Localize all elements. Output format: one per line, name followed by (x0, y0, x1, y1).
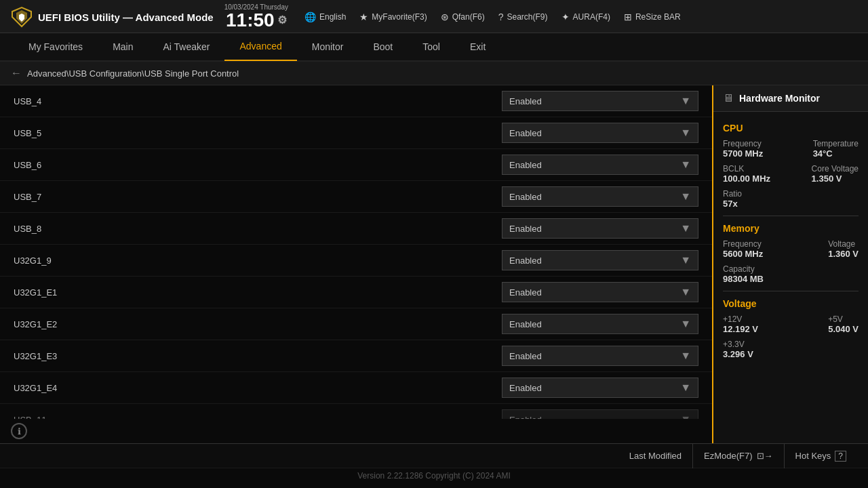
nav-my-favorites[interactable]: My Favorites (14, 33, 98, 61)
usb-port-dropdown[interactable]: Enabled▼ (502, 155, 698, 175)
usb-port-value: Enabled (509, 224, 542, 234)
info-bottom: ℹ (0, 419, 712, 443)
globe-icon: 🌐 (304, 12, 316, 22)
tool-search[interactable]: ? Search(F9) (498, 12, 548, 22)
usb-row: USB_11Enabled▼ (0, 404, 712, 419)
info-button[interactable]: ℹ (11, 423, 27, 439)
cpu-temp-col: Temperature 34°C (813, 139, 859, 159)
monitor-icon: 🖥 (723, 92, 734, 104)
usb-port-dropdown[interactable]: Enabled▼ (502, 218, 698, 239)
usb-row: U32G1_E4Enabled▼ (0, 372, 712, 404)
usb-row: USB_4Enabled▼ (0, 85, 712, 117)
mem-capacity-col: Capacity 98304 MB (723, 264, 764, 284)
chevron-down-icon: ▼ (680, 413, 691, 419)
usb-port-value: Enabled (509, 351, 542, 361)
memory-section-title: Memory (723, 223, 859, 234)
time-display: 11:50 ⚙ (226, 11, 287, 30)
hardware-monitor-sidebar: 🖥 Hardware Monitor CPU Frequency 5700 MH… (712, 85, 868, 443)
usb-port-dropdown[interactable]: Enabled▼ (502, 123, 698, 143)
usb-port-value: Enabled (509, 287, 542, 298)
nav-exit[interactable]: Exit (455, 33, 500, 61)
voltage-12v-5v-row: +12V 12.192 V +5V 5.040 V (723, 314, 859, 334)
usb-row: U32G1_E2Enabled▼ (0, 308, 712, 340)
tool-myfavorite[interactable]: ★ MyFavorite(F3) (359, 12, 427, 22)
usb-port-dropdown[interactable]: Enabled▼ (502, 91, 698, 111)
nav-main[interactable]: Main (98, 33, 148, 61)
tool-resizebar[interactable]: ⊞ ReSize BAR (624, 12, 681, 22)
mem-capacity-value: 98304 MB (723, 274, 764, 284)
mem-freq-value: 5600 MHz (723, 249, 763, 259)
cpu-temp-value: 34°C (813, 148, 859, 159)
usb-row: USB_8Enabled▼ (0, 213, 712, 245)
usb-port-dropdown[interactable]: Enabled▼ (502, 314, 698, 334)
usb-port-label: USB_4 (14, 96, 502, 106)
usb-row: USB_5Enabled▼ (0, 117, 712, 149)
left-content: USB_4Enabled▼USB_5Enabled▼USB_6Enabled▼U… (0, 85, 712, 443)
voltage-section-title: Voltage (723, 298, 859, 309)
usb-port-value: Enabled (509, 319, 542, 329)
v12-col: +12V 12.192 V (723, 314, 758, 334)
fan-icon: ⊛ (441, 12, 449, 22)
usb-port-dropdown[interactable]: Enabled▼ (502, 250, 698, 270)
cpu-freq-col: Frequency 5700 MHz (723, 139, 763, 159)
usb-port-label: U32G1_E3 (14, 351, 502, 361)
usb-port-dropdown[interactable]: Enabled▼ (502, 186, 698, 207)
cpu-temp-label: Temperature (813, 139, 859, 148)
nav-ai-tweaker[interactable]: Ai Tweaker (148, 33, 224, 61)
last-modified-label: Last Modified (629, 451, 682, 461)
nav-advanced[interactable]: Advanced (224, 33, 296, 61)
nav-monitor[interactable]: Monitor (297, 33, 359, 61)
mem-voltage-col: Voltage 1.360 V (828, 239, 859, 259)
mem-voltage-label: Voltage (828, 239, 859, 249)
aura-icon: ✦ (561, 12, 570, 22)
v5-col: +5V 5.040 V (828, 314, 859, 334)
chevron-down-icon: ▼ (680, 127, 691, 139)
cpu-bclk-label: BCLK (723, 164, 770, 174)
usb-port-value: Enabled (509, 160, 542, 170)
usb-port-dropdown[interactable]: Enabled▼ (502, 378, 698, 398)
nav-boot[interactable]: Boot (358, 33, 408, 61)
cpu-freq-temp-row: Frequency 5700 MHz Temperature 34°C (723, 139, 859, 159)
nav-tool[interactable]: Tool (408, 33, 455, 61)
tool-english[interactable]: 🌐 English (304, 12, 346, 22)
cpu-ratio-row: Ratio 57x (723, 189, 859, 209)
usb-row: USB_7Enabled▼ (0, 181, 712, 213)
usb-port-value: Enabled (509, 128, 542, 138)
ezmode-label: EzMode(F7) (704, 451, 753, 461)
usb-port-dropdown[interactable]: Enabled▼ (502, 409, 698, 419)
chevron-down-icon: ▼ (680, 254, 691, 266)
version-bar: Version 2.22.1286 Copyright (C) 2024 AMI (0, 468, 868, 483)
cpu-ratio-label: Ratio (723, 189, 742, 199)
settings-icon[interactable]: ⚙ (277, 15, 287, 26)
usb-port-label: USB_5 (14, 128, 502, 138)
usb-port-label: U32G1_E2 (14, 319, 502, 329)
usb-port-dropdown[interactable]: Enabled▼ (502, 282, 698, 302)
usb-port-dropdown[interactable]: Enabled▼ (502, 346, 698, 366)
chevron-down-icon: ▼ (680, 286, 691, 298)
back-arrow-icon[interactable]: ← (11, 67, 22, 79)
usb-port-label: USB_7 (14, 192, 502, 202)
cpu-freq-label: Frequency (723, 139, 763, 148)
header: UEFI BIOS Utility — Advanced Mode 10/03/… (0, 0, 868, 33)
last-modified-button[interactable]: Last Modified (618, 444, 693, 468)
chevron-down-icon: ▼ (680, 318, 691, 330)
hotkeys-button[interactable]: Hot Keys ? (785, 444, 857, 468)
usb-row: U32G1_E3Enabled▼ (0, 340, 712, 372)
breadcrumb: ← Advanced\USB Configuration\USB Single … (0, 62, 868, 85)
ezmode-button[interactable]: EzMode(F7) ⊡→ (693, 444, 785, 468)
tool-qfan[interactable]: ⊛ Qfan(F6) (441, 12, 485, 22)
cpu-ratio-col: Ratio 57x (723, 189, 742, 209)
usb-port-label: U32G1_9 (14, 256, 502, 266)
usb-port-value: Enabled (509, 192, 542, 202)
ezmode-icon: ⊡→ (757, 451, 773, 461)
version-text: Version 2.22.1286 Copyright (C) 2024 AMI (357, 471, 510, 481)
usb-row: USB_6Enabled▼ (0, 149, 712, 181)
datetime-area: 10/03/2024 Thursday 11:50 ⚙ (224, 4, 288, 30)
mem-freq-label: Frequency (723, 239, 763, 249)
tool-aura[interactable]: ✦ AURA(F4) (561, 12, 610, 22)
usb-port-value: Enabled (509, 96, 542, 106)
usb-port-label: USB_8 (14, 224, 502, 234)
usb-row: U32G1_9Enabled▼ (0, 245, 712, 277)
usb-list: USB_4Enabled▼USB_5Enabled▼USB_6Enabled▼U… (0, 85, 712, 419)
sidebar-header: 🖥 Hardware Monitor (713, 85, 868, 112)
